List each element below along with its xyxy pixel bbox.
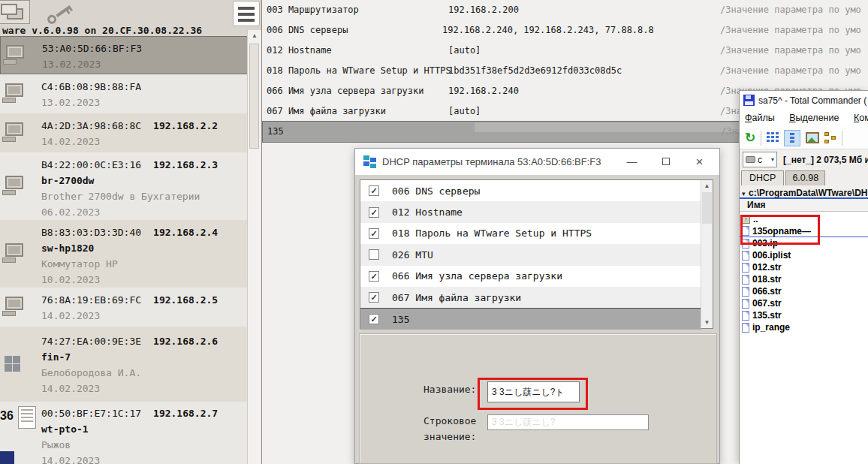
checkbox-checked[interactable]: ✓ — [369, 185, 379, 196]
param-row[interactable]: 018 Пароль на WTware Setup и HTTPS 1bd35… — [262, 61, 868, 81]
terminal-hostname: sw-hp1820 — [41, 240, 248, 256]
drive-icon — [746, 156, 755, 163]
file-row[interactable]: ip_range — [740, 321, 868, 333]
checkbox-checked[interactable]: ✓ — [369, 314, 379, 324]
refresh-icon[interactable]: ↻ — [745, 131, 755, 146]
option-row[interactable]: ✓ 012 Hostname — [360, 201, 701, 222]
checkbox-checked[interactable]: ✓ — [369, 292, 379, 303]
file-row[interactable]: 135.str — [740, 309, 868, 321]
option-row[interactable]: 026 MTU — [360, 244, 701, 265]
scrollbar-thumb[interactable] — [702, 192, 712, 224]
scroll-up-icon[interactable]: ▲ — [248, 30, 261, 42]
terminal-ip: 192.168.2.5 — [153, 294, 218, 306]
terminal-list-item[interactable]: 4A:2D:3A:98:68:8C192.168.2.2 14.02.2023 — [0, 113, 248, 152]
name-field-label: Название: — [423, 384, 476, 395]
option-row[interactable]: ✓ 067 Имя файла загрузки — [360, 287, 701, 308]
file-row[interactable]: 006.iplist — [740, 249, 868, 261]
maximize-button[interactable] — [649, 149, 683, 175]
dhcp-options-list: ✓ 006 DNS серверы ✓ 012 Hostname ✓ 018 П… — [360, 179, 713, 329]
hamburger-icon — [234, 7, 259, 22]
options-scrollbar[interactable]: ▲ ▼ — [701, 180, 713, 328]
checkbox-checked[interactable]: ✓ — [369, 271, 379, 282]
option-label: 026 MTU — [392, 249, 433, 261]
terminal-mac: C4:6B:08:9B:88:FA — [41, 81, 141, 92]
option-label: 135 — [392, 314, 409, 325]
file-row[interactable]: 012.str — [740, 261, 868, 273]
string-value-label-line2: значение: — [423, 431, 476, 442]
menu-commands[interactable]: Команд — [854, 110, 868, 127]
file-name: ip_range — [752, 322, 790, 333]
annotation-box-file — [740, 215, 820, 245]
brief-view-icon[interactable] — [767, 132, 779, 143]
terminal-hostname: br-2700dw — [41, 173, 248, 188]
checkbox-checked[interactable]: ✓ — [369, 228, 379, 239]
toolbar-separator — [842, 131, 842, 146]
terminal-list-item[interactable]: B8:83:03:D3:3D:40192.168.2.4 sw-hp1820 К… — [0, 220, 248, 288]
param-row[interactable]: 003 Маршрутизатор 192.168.2.200 /Значени… — [262, 0, 868, 20]
tab-6098[interactable]: 6.0.98 — [785, 170, 825, 185]
tree-view-icon[interactable] — [824, 132, 836, 143]
scrollbar-thumb[interactable] — [249, 44, 259, 149]
terminal-list-item[interactable]: B4:22:00:0C:E3:16192.168.2.3 br-2700dw B… — [0, 152, 248, 220]
sidebar-scrollbar[interactable]: ▲ — [247, 30, 261, 464]
terminal-ip: 192.168.2.7 — [153, 408, 218, 419]
column-header-name[interactable]: Имя — [740, 199, 868, 212]
hamburger-menu-button[interactable] — [233, 1, 260, 26]
dialog-titlebar[interactable]: DHCP параметры терминала 53:A0:5D:66:BF:… — [355, 149, 719, 175]
option-row[interactable]: ✓ 066 Имя узла сервера загрузки — [360, 266, 701, 287]
checkbox-checked[interactable]: ✓ — [369, 207, 379, 218]
terminal-list-item[interactable]: 53:A0:5D:66:BF:F3 13.02.2023 — [0, 36, 248, 74]
terminal-mac: B4:22:00:0C:E3:16 — [41, 159, 141, 170]
scroll-down-icon[interactable]: ▼ — [701, 317, 713, 328]
drive-select[interactable]: c ▾ — [743, 152, 777, 167]
close-button[interactable]: × — [683, 149, 716, 175]
terminal-list-item[interactable]: 36 00:50:BF:E7:1C:17192.168.2.7 wt-pto-1… — [0, 402, 248, 464]
close-icon: × — [696, 155, 704, 169]
terminal-date: 14.02.2023 — [41, 381, 248, 396]
terminal-mac: 53:A0:5D:66:BF:F3 — [42, 43, 142, 54]
scroll-up-icon[interactable]: ▲ — [701, 180, 713, 191]
windows-logo-icon — [5, 356, 21, 372]
file-icon — [742, 299, 749, 309]
terminal-date: 06.02.2023 — [41, 204, 248, 220]
thumbnails-view-icon[interactable] — [806, 132, 819, 143]
terminal-icon — [3, 45, 29, 66]
file-name: 067.str — [752, 298, 782, 309]
terminal-list-item[interactable]: 76:8A:19:EB:69:FC192.168.2.5 14.02.2023 — [0, 288, 248, 327]
option-row-selected[interactable]: ✓ 135 — [360, 308, 701, 329]
terminal-date: 14.02.2023 — [41, 453, 248, 464]
option-label: 012 Hostname — [392, 206, 463, 218]
param-comment: /Значение параметра по умо — [720, 61, 861, 81]
terminal-description: Рыжов — [41, 437, 248, 453]
option-row[interactable]: ✓ 006 DNS серверы — [360, 180, 701, 201]
full-view-button-selected[interactable] — [784, 130, 800, 146]
param-value: [auto] — [448, 101, 481, 122]
param-row[interactable]: 006 DNS серверы 192.168.2.240, 192.168.2… — [262, 20, 868, 41]
terminal-ip: 192.168.2.4 — [153, 227, 218, 238]
param-row[interactable]: 012 Hostname [auto] /Значение параметра … — [262, 41, 868, 61]
minimize-button[interactable]: — — [615, 149, 649, 175]
param-name: 067 Имя файла загрузки — [267, 101, 386, 122]
terminals-view-button[interactable] — [0, 0, 30, 24]
tc-file-list: ↑ .. 135opname— 003.ip 006.iplist 012.st… — [740, 212, 868, 464]
file-row[interactable]: 067.str — [740, 297, 868, 309]
option-row[interactable]: ✓ 018 Пароль на WTware Setup и HTTPS — [360, 223, 701, 244]
menu-files[interactable]: Файлы — [745, 110, 775, 127]
string-value-label-line1: Строковое — [423, 415, 476, 426]
terminal-icon — [2, 243, 28, 264]
param-name: 006 DNS серверы — [267, 20, 348, 41]
tc-current-path[interactable]: ▾ c:\ProgramData\WTware\DH — [740, 185, 868, 199]
floppy-disk-icon — [743, 95, 755, 106]
terminal-list-item[interactable]: C4:6B:08:9B:88:FA 13.02.2023 — [0, 74, 248, 113]
menu-selection[interactable]: Выделение — [789, 110, 839, 127]
checkbox-unchecked[interactable] — [369, 249, 379, 260]
path-caret-icon[interactable]: ▾ — [742, 190, 746, 197]
tab-dhcp[interactable]: DHCP — [741, 170, 784, 185]
file-row[interactable]: 018.str — [740, 273, 868, 285]
param-comment: /Значение параметра по умо — [720, 0, 861, 20]
string-value-input[interactable] — [487, 414, 649, 430]
tc-titlebar[interactable]: sa75^ - Total Commander ( — [740, 91, 868, 110]
terminal-list-item[interactable]: 74:27:EA:00:9E:3E192.168.2.6 fin-7 Белоб… — [0, 327, 248, 402]
param-name: 135 — [267, 122, 284, 142]
file-row[interactable]: 066.str — [740, 285, 868, 297]
